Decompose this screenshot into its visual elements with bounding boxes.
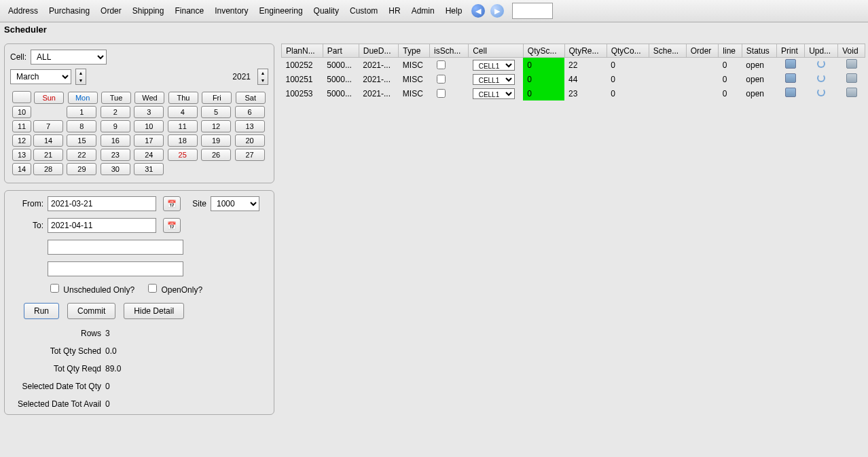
day-2[interactable]: 2 — [101, 106, 130, 118]
day-5[interactable]: 5 — [201, 106, 231, 118]
menu-hr[interactable]: HR — [384, 3, 404, 18]
col-status[interactable]: Status — [742, 44, 776, 58]
day-20[interactable]: 20 — [235, 134, 265, 147]
day-19[interactable]: 19 — [201, 134, 231, 147]
cell-dropdown[interactable]: CELL1 — [473, 88, 515, 99]
issched-checkbox[interactable] — [437, 89, 446, 98]
week-12[interactable]: 12 — [12, 134, 31, 147]
col-cell[interactable]: Cell — [469, 44, 524, 58]
day-31[interactable]: 31 — [134, 163, 164, 175]
day-30[interactable]: 30 — [101, 163, 130, 175]
day-25[interactable]: 25 — [168, 149, 198, 161]
day-21[interactable]: 21 — [33, 149, 63, 161]
day-26[interactable]: 26 — [201, 149, 231, 161]
menu-admin[interactable]: Admin — [408, 3, 439, 18]
spin-down-icon[interactable]: ▼ — [258, 77, 268, 84]
extra-input-1[interactable] — [48, 240, 183, 255]
col-plann[interactable]: PlanN... — [282, 44, 323, 58]
day-17[interactable]: 17 — [134, 134, 164, 147]
hide-detail-button[interactable]: Hide Detail — [124, 303, 184, 319]
day-1[interactable]: 1 — [67, 106, 96, 118]
col-qtysc[interactable]: QtySc... — [523, 44, 564, 58]
day-16[interactable]: 16 — [101, 134, 130, 147]
print-icon[interactable] — [785, 88, 796, 97]
menu-shipping[interactable]: Shipping — [128, 3, 168, 18]
from-input[interactable] — [48, 196, 156, 211]
nav-back-icon[interactable]: ◀ — [471, 4, 485, 18]
col-type[interactable]: Type — [399, 44, 430, 58]
day-15[interactable]: 15 — [67, 134, 96, 147]
commit-button[interactable]: Commit — [67, 303, 115, 319]
day-8[interactable]: 8 — [67, 120, 96, 132]
day-28[interactable]: 28 — [33, 163, 63, 175]
run-button[interactable]: Run — [24, 303, 59, 319]
day-23[interactable]: 23 — [101, 149, 130, 161]
update-icon[interactable] — [817, 88, 825, 96]
col-qtyco[interactable]: QtyCo... — [607, 44, 649, 58]
day-18[interactable]: 18 — [168, 134, 198, 147]
day-12[interactable]: 12 — [201, 120, 231, 132]
void-icon[interactable] — [846, 88, 857, 97]
update-icon[interactable] — [817, 60, 825, 68]
col-dued[interactable]: DueD... — [359, 44, 399, 58]
void-icon[interactable] — [846, 73, 857, 83]
spin-up-icon[interactable]: ▲ — [76, 69, 86, 77]
day-11[interactable]: 11 — [168, 120, 198, 132]
menu-finance[interactable]: Finance — [170, 3, 208, 18]
spin-down-icon[interactable]: ▼ — [76, 77, 86, 84]
day-13[interactable]: 13 — [235, 120, 265, 132]
week-13[interactable]: 13 — [12, 149, 31, 161]
day-4[interactable]: 4 — [168, 106, 198, 118]
day-27[interactable]: 27 — [235, 149, 265, 161]
issched-checkbox[interactable] — [437, 75, 446, 84]
table-row[interactable]: 1002535000...2021-...MISCCELL102300open — [282, 86, 865, 100]
week-11[interactable]: 11 — [12, 120, 31, 132]
day-24[interactable]: 24 — [134, 149, 164, 161]
day-3[interactable]: 3 — [134, 106, 164, 118]
to-input[interactable] — [48, 218, 156, 233]
col-upd[interactable]: Upd... — [805, 44, 838, 58]
table-row[interactable]: 1002515000...2021-...MISCCELL104400open — [282, 72, 865, 86]
col-part[interactable]: Part — [323, 44, 359, 58]
issched-checkbox[interactable] — [437, 60, 446, 69]
cell-dropdown[interactable]: CELL1 — [473, 74, 515, 85]
week-10[interactable]: 10 — [12, 106, 31, 118]
day-6[interactable]: 6 — [235, 106, 265, 118]
menu-address[interactable]: Address — [4, 3, 42, 18]
day-10[interactable]: 10 — [134, 120, 164, 132]
cell-dropdown[interactable]: CELL1 — [473, 60, 515, 71]
table-row[interactable]: 1002525000...2021-...MISCCELL102200open — [282, 58, 865, 73]
month-spinner[interactable]: ▲ ▼ — [75, 69, 86, 85]
col-void[interactable]: Void — [838, 44, 865, 58]
col-issch[interactable]: isSch... — [430, 44, 469, 58]
col-print[interactable]: Print — [777, 44, 805, 58]
to-datepicker-icon[interactable]: 📅 — [163, 218, 181, 233]
site-select[interactable]: 1000 — [211, 196, 259, 211]
unscheduled-checkbox[interactable]: Unscheduled Only? — [48, 282, 134, 295]
spin-up-icon[interactable]: ▲ — [258, 69, 268, 77]
menu-inventory[interactable]: Inventory — [211, 3, 252, 18]
menu-order[interactable]: Order — [96, 3, 126, 18]
day-22[interactable]: 22 — [67, 149, 96, 161]
search-input[interactable] — [512, 3, 553, 19]
week-14[interactable]: 14 — [12, 163, 31, 175]
void-icon[interactable] — [846, 59, 857, 69]
menu-engineering[interactable]: Engineering — [255, 3, 307, 18]
openonly-checkbox[interactable]: OpenOnly? — [145, 282, 202, 295]
menu-quality[interactable]: Quality — [310, 3, 343, 18]
col-qtyre[interactable]: QtyRe... — [564, 44, 607, 58]
day-29[interactable]: 29 — [67, 163, 96, 175]
col-line[interactable]: line — [719, 44, 742, 58]
nav-forward-icon[interactable]: ▶ — [490, 4, 504, 18]
col-order[interactable]: Order — [686, 44, 719, 58]
year-spinner[interactable]: ▲ ▼ — [257, 69, 268, 85]
update-icon[interactable] — [817, 74, 825, 82]
col-sche[interactable]: Sche... — [649, 44, 686, 58]
cell-select[interactable]: ALL — [31, 50, 107, 65]
extra-input-2[interactable] — [48, 261, 183, 276]
day-9[interactable]: 9 — [101, 120, 130, 132]
menu-custom[interactable]: Custom — [346, 3, 382, 18]
day-14[interactable]: 14 — [33, 134, 63, 147]
month-select[interactable]: March — [10, 69, 71, 84]
print-icon[interactable] — [785, 73, 796, 83]
